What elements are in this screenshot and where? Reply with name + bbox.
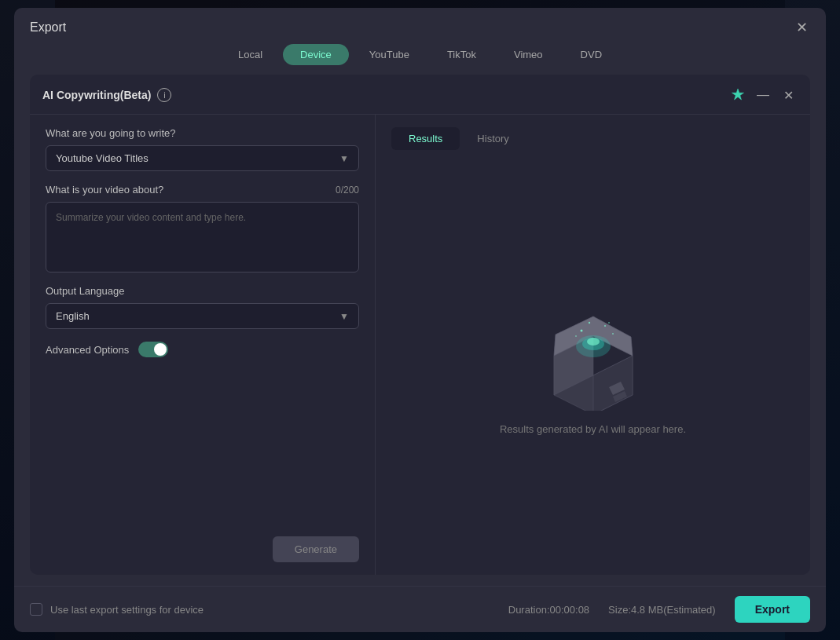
modal-title: Export (30, 20, 66, 35)
ai-panel-title: AI Copywriting(Beta) (42, 89, 151, 101)
tab-results[interactable]: Results (391, 127, 460, 150)
video-counter: 0/200 (336, 185, 359, 196)
tab-tiktok[interactable]: TikTok (430, 44, 493, 65)
write-select-arrow: ▼ (339, 153, 349, 164)
video-textarea[interactable] (46, 202, 359, 272)
advanced-toggle[interactable] (138, 342, 168, 357)
tab-nav: Local Device YouTube TikTok Vimeo DVD (14, 44, 826, 75)
box-illustration (530, 293, 656, 411)
advanced-label: Advanced Options (46, 344, 129, 356)
language-select[interactable]: English ▼ (46, 303, 359, 329)
svg-point-8 (587, 338, 600, 346)
write-label: What are you going to write? (46, 127, 359, 139)
language-label: Output Language (46, 285, 359, 297)
export-modal: Export ✕ Local Device YouTube TikTok Vim… (14, 8, 826, 632)
ai-panel-actions: — ✕ (728, 86, 798, 104)
ai-panel-close-button[interactable]: ✕ (779, 86, 798, 104)
ai-panel: AI Copywriting(Beta) i — ✕ (30, 75, 810, 575)
language-select-arrow: ▼ (339, 311, 349, 322)
tab-youtube[interactable]: YouTube (352, 44, 427, 65)
write-select[interactable]: Youtube Video Titles ▼ (46, 145, 359, 171)
info-icon[interactable]: i (157, 88, 171, 102)
tab-device[interactable]: Device (283, 44, 349, 65)
minimize-button[interactable]: — (754, 86, 772, 104)
generate-button[interactable]: Generate (273, 536, 359, 562)
duration-stat: Duration:00:00:08 (508, 604, 589, 616)
svg-point-14 (588, 322, 589, 324)
modal-body: AI Copywriting(Beta) i — ✕ (14, 75, 826, 586)
export-button[interactable]: Export (735, 596, 810, 623)
toggle-knob (154, 343, 167, 356)
results-empty-text: Results generated by AI will appear here… (500, 423, 686, 435)
write-group: What are you going to write? Youtube Vid… (46, 127, 359, 171)
svg-marker-2 (593, 356, 633, 411)
video-about-group: What is your video about? 0/200 (46, 184, 359, 272)
svg-point-10 (604, 325, 606, 327)
last-settings-checkbox[interactable] (30, 603, 42, 616)
write-select-value: Youtube Video Titles (56, 152, 149, 164)
tab-vimeo[interactable]: Vimeo (497, 44, 560, 65)
video-label-row: What is your video about? 0/200 (46, 184, 359, 196)
last-settings-label: Use last export settings for device (50, 604, 204, 616)
svg-point-13 (608, 322, 610, 324)
modal-header: Export ✕ (14, 8, 826, 44)
tab-history[interactable]: History (460, 127, 526, 150)
svg-point-12 (575, 335, 577, 337)
svg-point-11 (612, 333, 614, 335)
ai-panel-title-group: AI Copywriting(Beta) i (42, 88, 171, 102)
tab-local[interactable]: Local (221, 44, 280, 65)
language-group: Output Language English ▼ (46, 285, 359, 329)
ai-form: What are you going to write? Youtube Vid… (30, 115, 376, 575)
modal-footer: Use last export settings for device Dura… (14, 586, 826, 632)
advanced-options-row: Advanced Options (46, 342, 359, 357)
footer-right: Duration:00:00:08 Size:4.8 MB(Estimated)… (508, 596, 810, 623)
tab-dvd[interactable]: DVD (563, 44, 619, 65)
size-stat: Size:4.8 MB(Estimated) (608, 604, 716, 616)
generate-btn-wrap: Generate (46, 524, 359, 562)
language-select-value: English (56, 310, 90, 322)
footer-left: Use last export settings for device (30, 603, 204, 616)
pin-button[interactable] (728, 86, 747, 104)
ai-results: Results History (376, 115, 810, 575)
ai-panel-header: AI Copywriting(Beta) i — ✕ (30, 75, 810, 115)
ai-panel-content: What are you going to write? Youtube Vid… (30, 115, 810, 575)
svg-point-9 (580, 330, 582, 332)
results-tabs: Results History (391, 127, 794, 150)
video-label: What is your video about? (46, 184, 163, 196)
results-empty: Results generated by AI will appear here… (391, 166, 794, 562)
modal-close-button[interactable]: ✕ (793, 19, 810, 36)
